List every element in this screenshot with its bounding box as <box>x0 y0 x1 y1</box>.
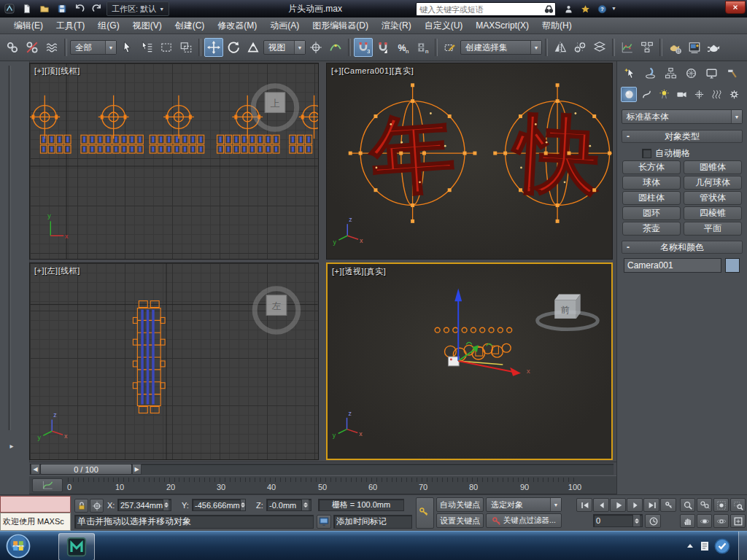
zoom-extents-button[interactable] <box>713 498 729 512</box>
tab-motion[interactable] <box>682 64 700 82</box>
button-cone[interactable]: 圆锥体 <box>684 160 742 174</box>
bind-to-space-warp-icon[interactable] <box>42 38 61 57</box>
zoom-button[interactable] <box>680 498 695 512</box>
tray-ime-icon[interactable] <box>713 537 731 555</box>
category-helpers-icon[interactable] <box>691 87 707 102</box>
edit-named-selection-sets-icon[interactable] <box>441 38 460 57</box>
viewport-left[interactable]: [+][左][线框] 左zxy <box>29 262 319 460</box>
reference-coordinate-dropdown[interactable]: 视图▼ <box>263 40 306 55</box>
menu-rendering[interactable]: 渲染(R) <box>375 18 418 34</box>
rectangular-selection-region-icon[interactable] <box>157 38 176 57</box>
set-key-button[interactable]: 设置关键点 <box>436 513 484 528</box>
selection-lock-toggle[interactable] <box>74 499 88 513</box>
selection-filter-dropdown-anim[interactable]: 选定对象▼ <box>486 497 562 512</box>
previous-frame-arrow[interactable]: ◀ <box>31 464 40 475</box>
snaps-toggle-icon[interactable]: 3 <box>354 38 373 57</box>
search-input[interactable] <box>417 5 543 14</box>
tray-expand-icon[interactable] <box>684 540 696 552</box>
spinner-snap-icon[interactable]: n <box>413 38 432 57</box>
frame-spinner[interactable] <box>632 515 640 526</box>
orbit-button[interactable] <box>697 514 712 528</box>
menu-views[interactable]: 视图(V) <box>126 18 169 34</box>
rollout-object-type[interactable]: - 对象类型 <box>622 130 743 143</box>
key-filters-button[interactable]: 关键点过滤器... <box>486 513 562 528</box>
previous-frame-button[interactable] <box>593 498 609 512</box>
tab-display[interactable] <box>703 64 721 82</box>
zoom-all-button[interactable] <box>697 498 712 512</box>
current-frame-field[interactable]: 0 <box>593 514 643 527</box>
auto-key-button[interactable]: 自动关键点 <box>436 497 484 512</box>
button-teapot[interactable]: 茶壶 <box>622 222 681 236</box>
render-setup-icon[interactable] <box>665 38 684 57</box>
unlink-selection-icon[interactable] <box>23 38 42 57</box>
tab-modify[interactable] <box>641 64 659 82</box>
category-lights-icon[interactable] <box>656 87 672 102</box>
viewport-camera[interactable]: [+][Camera001][真实] 年快zxy <box>326 63 613 260</box>
pan-button[interactable] <box>680 514 695 528</box>
viewport-top-label[interactable]: [+][顶][线框] <box>34 66 80 77</box>
tab-hierarchy[interactable] <box>662 64 680 82</box>
open-mini-curve-editor-button[interactable] <box>32 478 63 492</box>
y-coordinate-field[interactable]: -456.666mm <box>192 499 246 511</box>
tab-create[interactable] <box>621 64 639 82</box>
maxscript-mini-listener-macro[interactable] <box>0 496 71 513</box>
category-spacewarps-icon[interactable] <box>708 87 724 102</box>
mirror-icon[interactable] <box>551 38 570 57</box>
select-and-link-icon[interactable] <box>3 38 22 57</box>
button-tube[interactable]: 管状体 <box>684 191 742 205</box>
category-shapes-icon[interactable] <box>638 87 654 102</box>
binoculars-icon[interactable] <box>543 4 554 15</box>
y-spinner[interactable] <box>240 499 245 510</box>
time-slider-handle[interactable]: 0 / 100 <box>40 464 132 475</box>
expand-arrow-icon[interactable]: ▸ <box>6 440 18 452</box>
next-frame-button[interactable] <box>627 498 643 512</box>
maxscript-mini-listener[interactable]: 欢迎使用 MAXSc <box>0 513 71 531</box>
menu-edit[interactable]: 编辑(E) <box>7 18 50 34</box>
viewport-top[interactable]: [+][顶][线框] 上yx <box>29 63 319 260</box>
button-plane[interactable]: 平面 <box>684 222 742 236</box>
menu-help[interactable]: 帮助(H) <box>535 18 578 34</box>
window-crossing-icon[interactable] <box>177 38 196 57</box>
named-selection-sets-dropdown[interactable]: 创建选择集▼ <box>460 40 542 55</box>
use-pivot-center-icon[interactable] <box>306 38 325 57</box>
menu-create[interactable]: 创建(C) <box>169 18 212 34</box>
viewport-perspective-label[interactable]: [+][透视][真实] <box>332 266 386 277</box>
go-to-start-button[interactable] <box>576 498 592 512</box>
go-to-end-button[interactable] <box>643 498 659 512</box>
time-tag-field[interactable]: 添加时间标记 <box>333 515 412 529</box>
close-button[interactable] <box>725 1 746 14</box>
category-cameras-icon[interactable] <box>673 87 689 102</box>
open-file-icon[interactable] <box>36 2 52 16</box>
menu-customize[interactable]: 自定义(U) <box>418 18 470 34</box>
category-geometry-icon[interactable] <box>621 87 637 102</box>
viewport-camera-label[interactable]: [+][Camera001][真实] <box>331 66 414 77</box>
time-configuration-button[interactable] <box>645 514 661 528</box>
rollout-name-color[interactable]: - 名称和颜色 <box>622 241 743 254</box>
selection-filter-dropdown[interactable]: 全部▼ <box>70 40 117 55</box>
taskbar-3dsmax-button[interactable] <box>58 533 95 560</box>
rendered-frame-window-icon[interactable] <box>685 38 704 57</box>
button-cylinder[interactable]: 圆柱体 <box>622 191 681 205</box>
menu-graph-editors[interactable]: 图形编辑器(D) <box>306 18 375 34</box>
button-torus[interactable]: 圆环 <box>622 206 681 220</box>
percent-snap-icon[interactable]: %n <box>393 38 412 57</box>
menu-modifiers[interactable]: 修改器(M) <box>211 18 263 34</box>
save-file-icon[interactable] <box>54 2 69 16</box>
schematic-view-icon[interactable] <box>638 38 657 57</box>
tray-document-icon[interactable] <box>699 540 711 552</box>
new-file-icon[interactable] <box>19 2 34 16</box>
layer-manager-icon[interactable] <box>590 38 609 57</box>
button-box[interactable]: 长方体 <box>622 160 681 174</box>
z-spinner[interactable] <box>301 499 309 510</box>
redo-icon[interactable] <box>89 2 104 16</box>
x-coordinate-field[interactable]: 257.344mm <box>117 499 171 511</box>
help-dropdown-icon[interactable]: ▼ <box>611 6 616 11</box>
align-icon[interactable] <box>570 38 589 57</box>
help-icon[interactable]: ? <box>595 3 608 15</box>
play-button[interactable] <box>610 498 626 512</box>
favorites-star-icon[interactable] <box>578 3 592 15</box>
set-keys-button[interactable] <box>416 497 434 529</box>
maximize-viewport-toggle[interactable] <box>730 514 746 528</box>
workspace-dropdown[interactable]: 工作区: 默认 ▼ <box>107 1 169 16</box>
autogrid-checkbox[interactable] <box>642 149 651 158</box>
